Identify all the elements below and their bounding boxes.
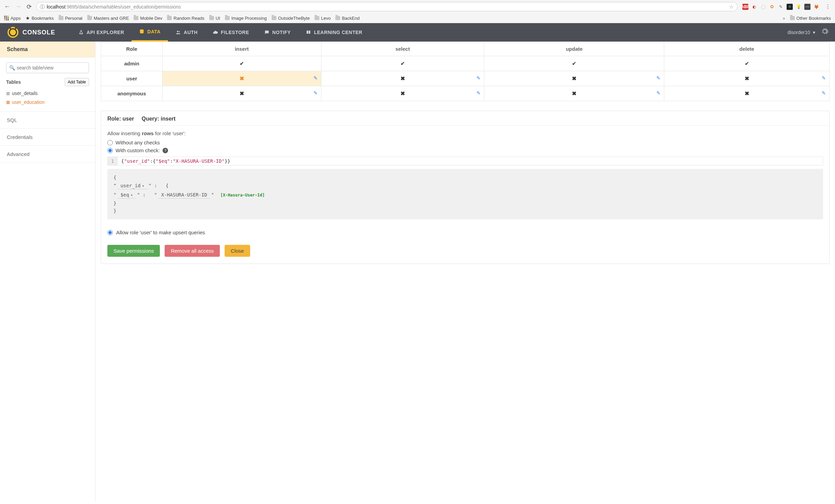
tab-learning-center[interactable]: LEARNING CENTER [298,23,370,42]
radio-input[interactable] [107,140,113,145]
other-bookmarks[interactable]: Other Bookmarks [790,16,831,21]
users-icon [176,30,181,35]
edit-icon[interactable]: ✎ [314,90,318,96]
forward-button[interactable]: → [14,3,22,11]
bookmark-folder[interactable]: Mobile Dev [134,16,162,21]
folder-icon [225,16,230,20]
edit-icon[interactable]: ✎ [822,90,826,96]
radio-input[interactable] [107,148,113,153]
bookmark-folder[interactable]: Image Processing [225,16,267,21]
url-bar[interactable]: i localhost:9695/data/schema/tables/user… [36,2,738,11]
info-icon[interactable]: i [40,4,45,9]
bookmark-folder[interactable]: Random Reads [167,16,204,21]
search-input[interactable] [6,62,89,73]
check-icon: ✔ [240,61,244,66]
apps-shortcut[interactable]: Apps [4,16,21,21]
save-button[interactable]: Save permissions [107,245,160,257]
folder-icon [209,16,214,20]
console-header: CONSOLE API EXPLORER DATA AUTH FILESTORE… [0,23,835,42]
upsert-checkbox[interactable] [107,230,113,235]
bookmark-folder[interactable]: Personal [59,16,82,21]
perm-cell[interactable]: ✖✎ [484,86,664,101]
editor-heading: Role: user Query: insert [107,116,823,125]
folder-icon [335,16,340,20]
field-select[interactable]: user_id▾ [118,182,147,189]
perm-cell[interactable]: ✖✎ [321,86,484,101]
table-icon: ▦ [6,91,10,96]
user-dropdown[interactable]: disorder10 ▾ [788,30,815,35]
bookmark-folder[interactable]: OutsideTheByte [272,16,310,21]
browser-chrome: ← → ⟳ i localhost:9695/data/schema/table… [0,0,835,23]
bookmark-item[interactable]: ★Bookmarks [26,15,54,21]
table-item-user-details[interactable]: ▦ user_details [6,89,89,98]
perm-cell[interactable]: ✖✎ [664,71,830,86]
tab-api-explorer[interactable]: API EXPLORER [71,23,132,42]
edit-icon[interactable]: ✎ [656,75,661,81]
bulb-icon[interactable]: 💡 [795,4,802,10]
tab-data[interactable]: DATA [132,23,168,42]
perm-cell[interactable]: ✖✎ [163,71,321,86]
perm-cell[interactable]: ✖✎ [321,71,484,86]
main-content: Role insert select update delete admin ✔… [95,42,835,501]
edit-icon[interactable]: ✎ [476,90,481,96]
upsert-checkbox-row[interactable]: Allow role 'user' to make upsert queries [107,230,823,235]
eyedropper-icon[interactable]: ✎ [778,4,784,10]
bookmark-folder[interactable]: Levo [315,16,331,21]
tab-notify[interactable]: NOTIFY [257,23,298,42]
ext-icon-4[interactable]: 🦊 [813,4,819,10]
x-icon: ✖ [572,76,576,81]
perm-cell[interactable]: ✖✎ [664,86,830,101]
sidebar-link-credentials[interactable]: Credentials [0,129,95,146]
value-input[interactable]: X-HASURA-USER-ID [158,191,210,199]
x-icon: ✖ [240,91,244,96]
code-editor[interactable]: 1 {"user_id":{"$eq":"X-HASURA-USER-ID"}} [107,157,823,166]
react-icon[interactable]: ⚛ [787,4,793,10]
ublock-icon[interactable]: ◐ [751,4,757,10]
check-icon: ✔ [400,61,405,66]
perm-cell: ✔ [664,56,830,71]
bookmark-folder[interactable]: UI [209,16,220,21]
ext-icon-1[interactable]: ◯ [760,4,766,10]
add-table-button[interactable]: Add Table [65,78,89,86]
check-builder: { "user_id▾" : { "$eq▾" : "X-HASURA-USER… [107,169,823,219]
perm-row-user: user ✖✎ ✖✎ ✖✎ ✖✎ [101,71,830,86]
reload-button[interactable]: ⟳ [25,3,33,11]
tables-label: Tables [6,79,21,85]
star-icon[interactable]: ☆ [729,3,734,10]
schema-heading[interactable]: Schema [0,42,95,58]
sidebar-link-advanced[interactable]: Advanced [0,146,95,163]
edit-icon[interactable]: ✎ [656,90,661,96]
perm-cell: ✔ [484,56,664,71]
star-icon: ★ [26,15,30,21]
operator-select[interactable]: $eq▾ [118,191,136,199]
back-button[interactable]: ← [3,3,11,11]
edit-icon[interactable]: ✎ [476,75,481,81]
tab-filestore[interactable]: FILESTORE [205,23,257,42]
tab-auth[interactable]: AUTH [168,23,205,42]
sidebar-link-sql[interactable]: SQL [0,112,95,129]
radio-without-checks[interactable]: Without any checks [107,140,823,145]
x-icon: ✖ [745,91,749,96]
folder-icon [790,16,795,20]
permissions-table: Role insert select update delete admin ✔… [101,42,830,101]
bookmark-folder[interactable]: Masters and GRE [87,16,129,21]
role-cell: user [101,71,163,86]
ext-icon-2[interactable]: ✪ [769,4,775,10]
edit-icon[interactable]: ✎ [314,75,318,81]
perm-cell[interactable]: ✖✎ [163,86,321,101]
menu-button[interactable]: ⋮ [824,3,832,11]
radio-with-custom[interactable]: With custom check: ? [107,147,823,153]
settings-button[interactable] [821,27,829,37]
table-item-user-education[interactable]: ▦ user_education [6,98,89,107]
x-icon: ✖ [240,76,244,81]
bookmark-folder[interactable]: BackEnd [335,16,360,21]
perm-cell[interactable]: ✖✎ [484,71,664,86]
help-icon[interactable]: ? [163,148,168,153]
close-button[interactable]: Close [225,245,250,257]
check-icon: ✔ [572,61,576,66]
bookmarks-overflow[interactable]: » [783,16,785,21]
edit-icon[interactable]: ✎ [822,75,826,81]
abp-icon[interactable]: ABP [742,4,748,10]
ext-icon-3[interactable]: ⋯ [804,4,810,10]
remove-access-button[interactable]: Remove all access [165,245,220,257]
